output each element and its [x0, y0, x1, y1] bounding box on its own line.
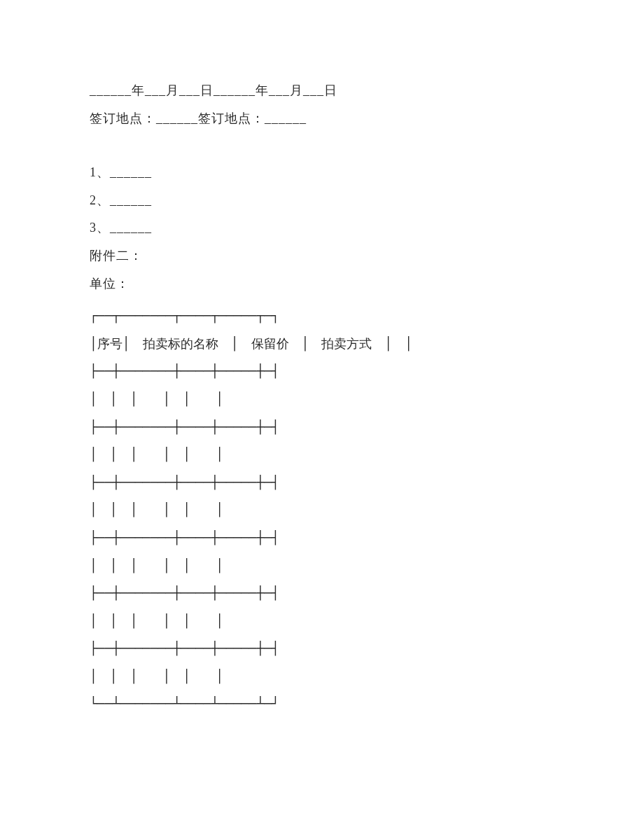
table-row: │ │ │ │ │ │ — [90, 385, 554, 413]
ascii-table: ┌──┬───────┬────┬─────┬─┐ │序号│ 拍卖标的名称 │ … — [90, 302, 554, 718]
table-row: │ │ │ │ │ │ — [90, 496, 554, 524]
table-row: │ │ │ │ │ │ — [90, 440, 554, 468]
table-bottom-border: └──┴───────┴────┴─────┴─┘ — [90, 690, 554, 718]
table-top-border: ┌──┬───────┬────┬─────┬─┐ — [90, 302, 554, 330]
unit-label: 单位： — [90, 270, 554, 298]
spacer — [90, 132, 554, 159]
list-item-3: 3、______ — [90, 214, 554, 242]
table-row: │ │ │ │ │ │ — [90, 607, 554, 635]
signing-location-line: 签订地点：______签订地点：______ — [90, 105, 554, 133]
table-header-row: │序号│ 拍卖标的名称 │ 保留价 │ 拍卖方式 │ │ — [90, 330, 554, 358]
table-row-separator: ├──┼───────┼────┼─────┼─┤ — [90, 468, 554, 496]
table-row-separator: ├──┼───────┼────┼─────┼─┤ — [90, 524, 554, 552]
table-row-separator: ├──┼───────┼────┼─────┼─┤ — [90, 579, 554, 607]
date-line: ______年___月___日______年___月___日 — [90, 77, 554, 105]
table-row: │ │ │ │ │ │ — [90, 552, 554, 580]
table-row-separator: ├──┼───────┼────┼─────┼─┤ — [90, 413, 554, 441]
table-row-separator: ├──┼───────┼────┼─────┼─┤ — [90, 634, 554, 662]
list-item-2: 2、______ — [90, 187, 554, 215]
table-row-separator: ├──┼───────┼────┼─────┼─┤ — [90, 357, 554, 385]
list-item-1: 1、______ — [90, 159, 554, 187]
table-row: │ │ │ │ │ │ — [90, 662, 554, 690]
attachment-label: 附件二： — [90, 242, 554, 270]
